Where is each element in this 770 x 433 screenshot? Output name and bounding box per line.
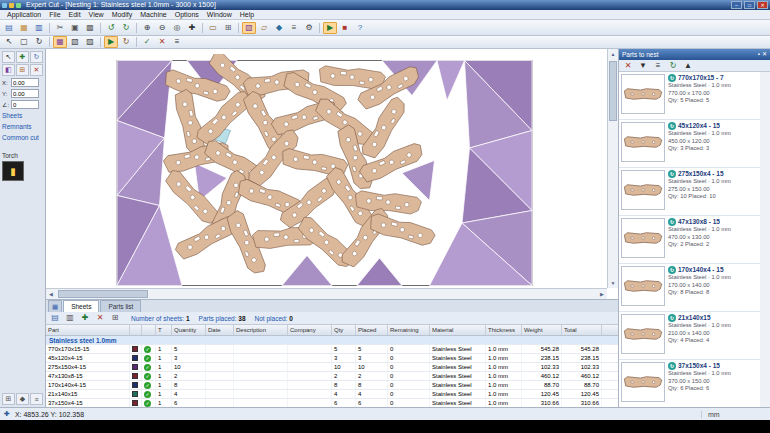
menu-modify[interactable]: Modify [108,10,137,20]
column-header[interactable] [142,325,156,335]
zoom-fit-button[interactable]: ◎ [170,22,184,34]
paste-button[interactable]: ▩ [83,22,97,34]
columns-button[interactable]: ⊞ [108,312,122,324]
stop-button[interactable]: ■ [338,22,352,34]
column-header[interactable]: Quantity [172,325,206,335]
close-panel-icon[interactable]: ✕ [762,49,767,60]
coordinate-input[interactable] [11,100,39,109]
column-header[interactable]: Material [430,325,486,335]
menu-machine[interactable]: Machine [136,10,170,20]
quick-save-icon[interactable] [9,3,14,8]
new-button[interactable]: ▤ [2,22,16,34]
part-list-item[interactable]: ↻275x150x4 - 15Stainless Steel · 1.0 mm2… [619,168,760,216]
menu-application[interactable]: Application [3,10,45,20]
horizontal-scroll-thumb[interactable] [58,290,148,298]
column-header[interactable]: Total [562,325,602,335]
maximize-button[interactable]: □ [744,1,755,9]
drawing-canvas[interactable]: ▲ ▼ ◀ ▶ [46,49,618,299]
scroll-left-icon[interactable]: ◀ [46,289,56,299]
part-list-item[interactable]: ↻21x140x15Stainless Steel · 1.0 mm210.00… [619,312,760,360]
coordinate-input[interactable] [11,89,39,98]
zoom-in-button[interactable]: ⊕ [140,22,154,34]
select-tool-button[interactable]: ↖ [2,51,15,63]
sheet-button[interactable]: ▱ [257,22,271,34]
machine-config-button[interactable]: ⚙ [302,22,316,34]
delete-part-button[interactable]: ✕ [621,60,635,72]
part-list-item[interactable]: ↻170x140x4 - 15Stainless Steel · 1.0 mm1… [619,264,760,312]
simulate-button[interactable]: ▶ [323,22,337,34]
table-row[interactable]: 47x130x8-15✓12220Stainless Steel1.0 mm46… [46,372,618,381]
mirror-tool-button[interactable]: ◧ [2,64,15,76]
column-header[interactable]: Thickness [486,325,522,335]
properties-button[interactable]: ≡ [170,36,184,48]
sort-button[interactable]: ≡ [651,60,665,72]
nesting-button[interactable]: ▧ [242,22,256,34]
collapse-all-button[interactable]: ▲ [681,60,695,72]
table-row[interactable]: 170x140x4-15✓18880Stainless Steel1.0 mm8… [46,381,618,390]
menu-window[interactable]: Window [203,10,236,20]
snap-toggle-button[interactable]: ◆ [16,393,29,405]
parts-button[interactable]: ◆ [272,22,286,34]
material-group-row[interactable]: Stainless steel 1.0mm [46,336,618,345]
parts-table[interactable]: PartTQuantityDateDescriptionCompanyQtyPl… [46,325,618,407]
move-tool-button[interactable]: ✚ [16,51,29,63]
tab-parts-list[interactable]: Parts list [100,300,141,312]
column-header[interactable]: Company [288,325,332,335]
column-header[interactable]: T [156,325,172,335]
column-header[interactable]: Date [206,325,234,335]
cut-button[interactable]: ✂ [53,22,67,34]
vertical-scroll-thumb[interactable] [609,61,617,121]
scroll-up-icon[interactable]: ▲ [608,49,618,59]
grid-button[interactable]: ⊞ [221,22,235,34]
column-header[interactable]: Weight [522,325,562,335]
sidebar-link-sheets[interactable]: Sheets [2,111,43,120]
save-button[interactable]: ▥ [32,22,46,34]
column-header[interactable]: Remaining [388,325,430,335]
quick-undo-icon[interactable] [16,3,21,8]
table-row[interactable]: 275x150x4-15✓11010100Stainless Steel1.0 … [46,363,618,372]
minimize-button[interactable]: – [731,1,742,9]
column-header[interactable]: Placed [356,325,388,335]
refresh-view-button[interactable]: ↻ [32,36,46,48]
verify-button[interactable]: ✓ [140,36,154,48]
sidebar-link-common-cut[interactable]: Common cut [2,133,43,142]
auto-nest-button[interactable]: ▦ [53,36,67,48]
delete-button[interactable]: ✕ [155,36,169,48]
table-row[interactable]: 37x150x4-15✓16660Stainless Steel1.0 mm31… [46,399,618,407]
remove-row-button[interactable]: ✕ [93,312,107,324]
table-row[interactable]: 21x140x15✓14440Stainless Steel1.0 mm120.… [46,390,618,399]
delete-tool-button[interactable]: ✕ [30,64,43,76]
sheet-tab-icon[interactable]: ▦ [48,300,62,312]
add-row-button[interactable]: ✚ [78,312,92,324]
column-header[interactable] [130,325,142,335]
tab-sheets[interactable]: Sheets [63,300,99,312]
undo-button[interactable]: ↺ [104,22,118,34]
torch-button[interactable]: ▮ [2,161,24,181]
menu-file[interactable]: File [45,10,64,20]
pointer-button[interactable]: ↖ [2,36,16,48]
export-table-button[interactable]: ▤ [48,312,62,324]
menu-help[interactable]: Help [236,10,258,20]
part-list-item[interactable]: ↻770x170x15 - 7Stainless Steel · 1.0 mm7… [619,72,760,120]
scroll-right-icon[interactable]: ▶ [597,289,607,299]
part-list-item[interactable]: ↻37x150x4 - 15Stainless Steel · 1.0 mm37… [619,360,760,407]
refresh-list-button[interactable]: ↻ [666,60,680,72]
table-row[interactable]: 45x120x4-15✓13330Stainless Steel1.0 mm23… [46,354,618,363]
parts-list[interactable]: ↻770x170x15 - 7Stainless Steel · 1.0 mm7… [619,72,770,407]
open-button[interactable]: ▦ [17,22,31,34]
layers-toggle-button[interactable]: ≡ [30,393,43,405]
menu-view[interactable]: View [85,10,108,20]
canvas-horizontal-scrollbar[interactable]: ◀ ▶ [46,288,607,299]
zoom-window-button[interactable]: ▢ [17,36,31,48]
remove-nest-button[interactable]: ▨ [83,36,97,48]
canvas-vertical-scrollbar[interactable]: ▲ ▼ [607,49,618,288]
start-machining-button[interactable]: ▶ [104,36,118,48]
manual-nest-button[interactable]: ▧ [68,36,82,48]
array-tool-button[interactable]: ⊞ [16,64,29,76]
column-header[interactable]: Description [234,325,288,335]
close-button[interactable]: ✕ [757,1,768,9]
nesting-drawing[interactable] [112,54,537,292]
column-header[interactable]: Qty [332,325,356,335]
copy-button[interactable]: ▣ [68,22,82,34]
scroll-down-icon[interactable]: ▼ [608,278,618,288]
